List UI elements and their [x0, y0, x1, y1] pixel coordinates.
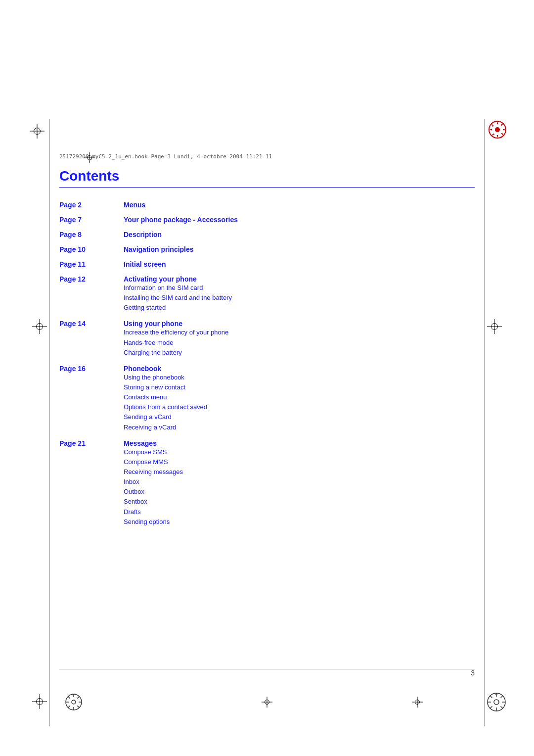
page-number: 3 — [471, 669, 475, 677]
toc-page-label: Page 21 — [59, 437, 124, 529]
registration-mark-bottom-center — [262, 697, 272, 708]
toc-entry-subtitle: Sending a vCard — [124, 412, 475, 422]
toc-entry-title: Phonebook — [124, 365, 475, 373]
toc-table: Page 2MenusPage 7Your phone package - Ac… — [59, 198, 475, 529]
svg-point-13 — [494, 700, 499, 705]
toc-entry-subtitle: Receiving a vCard — [124, 423, 475, 432]
contents-title: Contents — [59, 168, 475, 184]
svg-line-9 — [77, 706, 79, 708]
toc-entry-content: Activating your phoneInformation on the … — [124, 273, 475, 315]
registration-mark-bottom-right-center — [412, 697, 423, 708]
svg-line-20 — [501, 696, 503, 698]
toc-page-label: Page 8 — [59, 228, 124, 241]
svg-line-10 — [77, 696, 79, 698]
toc-entry-content: Using your phoneIncrease the efficiency … — [124, 317, 475, 360]
toc-entry-subtitle: Drafts — [124, 507, 475, 517]
toc-entry-subtitle: Options from a contact saved — [124, 402, 475, 412]
bottom-rule — [59, 669, 475, 669]
svg-line-18 — [490, 696, 492, 698]
trim-line-right — [484, 119, 485, 726]
toc-row: Page 10Navigation principles — [59, 243, 475, 256]
toc-entry-title: Initial screen — [124, 260, 475, 268]
toc-entry-subtitle: Compose MMS — [124, 457, 475, 467]
toc-page-label: Page 12 — [59, 273, 124, 315]
toc-entry-subtitle: Inbox — [124, 477, 475, 487]
toc-entry-subtitle: Contacts menu — [124, 392, 475, 402]
toc-entry-title: Menus — [124, 201, 475, 209]
registration-mark-top-left — [30, 124, 44, 139]
toc-entry-subtitle: Compose SMS — [124, 447, 475, 457]
toc-entry-subtitle: Getting started — [124, 303, 475, 313]
svg-line-21 — [490, 707, 492, 709]
toc-entry-title: Using your phone — [124, 320, 475, 328]
gear-mark-bottom-right — [486, 692, 507, 712]
toc-entry-subtitle: Sentbox — [124, 497, 475, 507]
toc-entry-title: Activating your phone — [124, 275, 475, 283]
toc-entry-title: Description — [124, 231, 475, 238]
toc-row: Page 8Description — [59, 228, 475, 241]
toc-row: Page 21MessagesCompose SMSCompose MMSRec… — [59, 437, 475, 529]
toc-entry-content: Your phone package - Accessories — [124, 213, 475, 226]
toc-row: Page 11Initial screen — [59, 258, 475, 271]
toc-page-label: Page 7 — [59, 213, 124, 226]
toc-entry-subtitle: Sending options — [124, 517, 475, 527]
toc-entry-content: Initial screen — [124, 258, 475, 271]
toc-entry-subtitle: Charging the battery — [124, 348, 475, 358]
toc-entry-subtitle: Outbox — [124, 487, 475, 497]
toc-entry-subtitle: Information on the SIM card — [124, 283, 475, 293]
toc-entry-title: Navigation principles — [124, 245, 475, 253]
toc-page-label: Page 11 — [59, 258, 124, 271]
contents-divider — [59, 187, 475, 188]
svg-line-19 — [501, 707, 503, 709]
toc-row: Page 16PhonebookUsing the phonebookStori… — [59, 362, 475, 435]
toc-page-label: Page 2 — [59, 198, 124, 211]
toc-entry-title: Your phone package - Accessories — [124, 216, 475, 224]
toc-entry-content: Menus — [124, 198, 475, 211]
toc-row: Page 12Activating your phoneInformation … — [59, 273, 475, 315]
gear-mark-bottom-left — [64, 693, 83, 711]
toc-entry-content: Navigation principles — [124, 243, 475, 256]
page: 251729200_myC5-2_1u_en.book Page 3 Lundi… — [0, 0, 534, 756]
toc-row: Page 7Your phone package - Accessories — [59, 213, 475, 226]
toc-entry-content: PhonebookUsing the phonebookStoring a ne… — [124, 362, 475, 435]
svg-line-8 — [68, 696, 70, 698]
toc-row: Page 2Menus — [59, 198, 475, 211]
registration-mark-bottom-left — [32, 694, 47, 709]
registration-mark-left-mid — [32, 319, 47, 334]
toc-entry-subtitle: Storing a new contact — [124, 382, 475, 392]
toc-entry-subtitle: Hands-free mode — [124, 338, 475, 348]
registration-mark-right-mid — [487, 319, 502, 334]
svg-point-3 — [72, 700, 76, 704]
toc-page-label: Page 16 — [59, 362, 124, 435]
content-area: Contents Page 2MenusPage 7Your phone pac… — [59, 168, 475, 657]
toc-entry-content: MessagesCompose SMSCompose MMSReceiving … — [124, 437, 475, 529]
toc-entry-subtitle: Installing the SIM card and the battery — [124, 293, 475, 303]
toc-entry-subtitle: Using the phonebook — [124, 373, 475, 382]
toc-entry-title: Messages — [124, 439, 475, 447]
toc-entry-subtitle: Receiving messages — [124, 467, 475, 477]
toc-entry-subtitle: Increase the efficiency of your phone — [124, 328, 475, 337]
gear-mark-top-right — [488, 120, 507, 139]
stamp-line: 251729200_myC5-2_1u_en.book Page 3 Lundi… — [59, 153, 475, 160]
svg-point-1 — [495, 127, 500, 132]
toc-entry-content: Description — [124, 228, 475, 241]
toc-page-label: Page 10 — [59, 243, 124, 256]
trim-line-left — [49, 119, 50, 726]
svg-line-11 — [68, 706, 70, 708]
toc-row: Page 14Using your phoneIncrease the effi… — [59, 317, 475, 360]
toc-page-label: Page 14 — [59, 317, 124, 360]
